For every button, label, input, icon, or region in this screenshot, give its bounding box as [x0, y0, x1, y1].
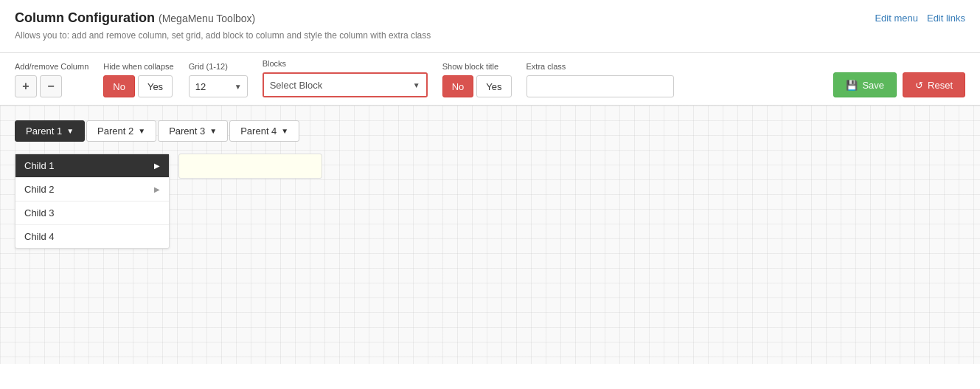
reset-icon: ↺ [915, 80, 923, 91]
parent-3-chevron-icon: ▼ [209, 127, 217, 135]
block-area [178, 154, 322, 179]
edit-menu-link[interactable]: Edit menu [875, 13, 918, 24]
blocks-select[interactable]: Select Block [264, 74, 426, 96]
show-block-controls: No Yes [442, 75, 512, 97]
child-4-label: Child 4 [24, 231, 54, 242]
main-content: Parent 1 ▼ Parent 2 ▼ Parent 3 ▼ Parent … [0, 106, 980, 364]
child-1-chevron-icon: ▶ [154, 162, 160, 170]
page-wrapper: Column Configuration (MegaMenu Toolbox) … [0, 0, 980, 389]
grid-wrapper: 12 1 2 3 4 6 ▼ [189, 75, 248, 97]
parent-1-label: Parent 1 [26, 125, 62, 137]
edit-links-link[interactable]: Edit links [927, 13, 965, 24]
hide-collapse-controls: No Yes [103, 75, 173, 97]
add-column-button[interactable]: + [15, 75, 37, 97]
subtitle-text: (MegaMenu Toolbox) [159, 13, 255, 24]
parent-tabs: Parent 1 ▼ Parent 2 ▼ Parent 3 ▼ Parent … [15, 120, 965, 142]
show-block-yes-button[interactable]: Yes [476, 75, 511, 97]
remove-column-button[interactable]: − [40, 75, 62, 97]
toolbar: Add/remove Column + − Hide when collapse… [0, 53, 980, 106]
child-2-label: Child 2 [24, 184, 54, 195]
child-2-chevron-icon: ▶ [154, 185, 160, 193]
header: Column Configuration (MegaMenu Toolbox) … [0, 0, 980, 53]
parent-tab-1[interactable]: Parent 1 ▼ [15, 120, 85, 142]
child-item-1[interactable]: Child 1 ▶ [15, 154, 169, 178]
blocks-group: Blocks Select Block ▼ [263, 59, 428, 97]
child-item-3[interactable]: Child 3 [15, 202, 169, 225]
parent-3-label: Parent 3 [169, 125, 205, 137]
child-item-2[interactable]: Child 2 ▶ [15, 178, 169, 202]
hide-collapse-group: Hide when collapse No Yes [103, 62, 173, 97]
add-remove-label: Add/remove Column [15, 62, 88, 71]
hide-yes-button[interactable]: Yes [138, 75, 173, 97]
grid-label: Grid (1-12) [189, 62, 248, 71]
reset-label: Reset [928, 80, 953, 91]
extra-class-label: Extra class [527, 62, 674, 71]
blocks-select-wrapper: Select Block ▼ [263, 72, 428, 97]
parent-2-label: Parent 2 [97, 125, 133, 137]
reset-button[interactable]: ↺ Reset [903, 72, 965, 97]
extra-class-group: Extra class [527, 62, 674, 97]
add-remove-controls: + − [15, 75, 88, 97]
parent-4-chevron-icon: ▼ [281, 127, 288, 135]
header-links: Edit menu Edit links [875, 13, 965, 24]
column-area: Child 1 ▶ Child 2 ▶ Child 3 Child 4 [15, 154, 965, 249]
hide-no-button[interactable]: No [103, 75, 135, 97]
blocks-label: Blocks [263, 59, 428, 68]
parent-1-chevron-icon: ▼ [66, 127, 74, 135]
child-3-label: Child 3 [24, 207, 54, 218]
add-remove-group: Add/remove Column + − [15, 62, 88, 97]
parent-tab-4[interactable]: Parent 4 ▼ [229, 120, 299, 142]
parent-2-chevron-icon: ▼ [138, 127, 145, 135]
child-1-label: Child 1 [24, 160, 54, 171]
save-label: Save [862, 80, 884, 91]
page-title: Column Configuration (MegaMenu Toolbox) [15, 10, 255, 26]
extra-class-input[interactable] [527, 75, 674, 97]
grid-select[interactable]: 12 1 2 3 4 6 [189, 75, 248, 97]
save-button[interactable]: 💾 Save [833, 72, 897, 97]
show-block-no-button[interactable]: No [442, 75, 474, 97]
title-text: Column Configuration [15, 10, 155, 25]
parent-tab-2[interactable]: Parent 2 ▼ [86, 120, 156, 142]
parent-4-label: Parent 4 [240, 125, 277, 137]
parent-tab-3[interactable]: Parent 3 ▼ [158, 120, 228, 142]
toolbar-actions: 💾 Save ↺ Reset [833, 72, 965, 97]
save-icon: 💾 [846, 80, 858, 91]
header-top: Column Configuration (MegaMenu Toolbox) … [15, 10, 965, 26]
grid-group: Grid (1-12) 12 1 2 3 4 6 ▼ [189, 62, 248, 97]
child-item-4[interactable]: Child 4 [15, 225, 169, 248]
menu-tree: Child 1 ▶ Child 2 ▶ Child 3 Child 4 [15, 154, 170, 249]
header-description: Allows you to: add and remove column, se… [15, 30, 965, 41]
show-block-title-group: Show block title No Yes [442, 62, 512, 97]
show-block-title-label: Show block title [442, 62, 512, 71]
hide-collapse-label: Hide when collapse [103, 62, 173, 71]
